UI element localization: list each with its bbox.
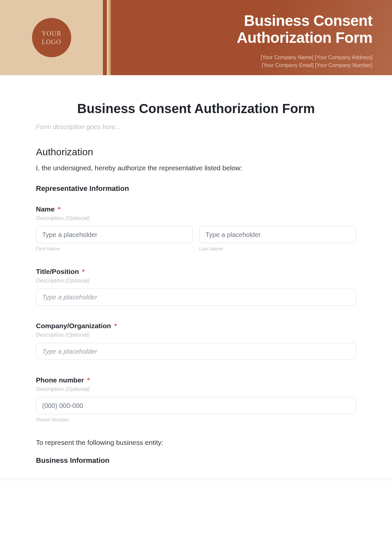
first-name-col: First Name	[36, 226, 193, 251]
title-label-text: Title/Position	[36, 268, 79, 275]
last-name-sublabel: Last Name	[199, 246, 356, 251]
field-title: Title/Position * Description (Optional)	[36, 268, 356, 306]
last-name-input[interactable]	[199, 226, 356, 243]
phone-sublabel: Phone Number	[36, 417, 356, 422]
phone-input[interactable]	[36, 397, 356, 414]
authorization-heading: Authorization	[36, 146, 356, 158]
hero-title-line2: Authorization Form	[237, 29, 372, 46]
logo-text-line2: LOGO	[42, 38, 61, 46]
field-name: Name * Description (Optional) First Name…	[36, 205, 356, 251]
logo-text-line1: YOUR	[41, 29, 61, 38]
logo-placeholder: YOUR LOGO	[32, 18, 71, 57]
field-company: Company/Organization * Description (Opti…	[36, 322, 356, 360]
name-description: Description (Optional)	[36, 215, 356, 222]
company-label: Company/Organization *	[36, 322, 356, 330]
title-description: Description (Optional)	[36, 278, 356, 284]
company-input[interactable]	[36, 343, 356, 360]
hero-right-panel: Business Consent Authorization Form [You…	[114, 0, 392, 75]
phone-description: Description (Optional)	[36, 386, 356, 393]
hero-meta: [Your Company Name] [Your Company Addres…	[261, 54, 372, 69]
hero-meta-line2: [Your Company Email] [Your Company Numbe…	[261, 61, 372, 69]
company-description: Description (Optional)	[36, 332, 356, 338]
first-name-sublabel: First Name	[36, 246, 193, 251]
representative-info-heading: Representative Information	[36, 184, 356, 193]
name-input-row: First Name Last Name	[36, 226, 356, 251]
required-asterisk: *	[58, 205, 60, 213]
phone-label-text: Phone number	[36, 376, 84, 384]
last-name-col: Last Name	[199, 226, 356, 251]
phone-label: Phone number *	[36, 376, 356, 384]
form-description: Form description goes here...	[36, 123, 356, 131]
name-label-text: Name	[36, 205, 55, 213]
authorization-text: I, the undersigned, hereby authorize the…	[36, 164, 356, 172]
first-name-input[interactable]	[36, 226, 193, 243]
name-label: Name *	[36, 205, 356, 213]
form-content: Business Consent Authorization Form Form…	[0, 75, 392, 478]
required-asterisk: *	[82, 268, 85, 275]
required-asterisk: *	[114, 322, 117, 329]
hero-title-line1: Business Consent	[237, 12, 372, 29]
hero-banner: YOUR LOGO Business Consent Authorization…	[0, 0, 392, 75]
hero-meta-line1: [Your Company Name] [Your Company Addres…	[261, 54, 372, 61]
form-title: Business Consent Authorization Form	[36, 101, 356, 116]
title-label: Title/Position *	[36, 268, 356, 276]
required-asterisk: *	[87, 376, 90, 384]
title-input[interactable]	[36, 289, 356, 306]
business-info-heading: Business Information	[36, 456, 356, 465]
field-phone: Phone number * Description (Optional) Ph…	[36, 376, 356, 422]
page: YOUR LOGO Business Consent Authorization…	[0, 0, 392, 478]
company-label-text: Company/Organization	[36, 322, 111, 329]
hero-stripes	[103, 0, 114, 75]
entity-text: To represent the following business enti…	[36, 439, 356, 446]
hero-title: Business Consent Authorization Form	[237, 12, 372, 46]
hero-left-panel: YOUR LOGO	[0, 0, 103, 75]
